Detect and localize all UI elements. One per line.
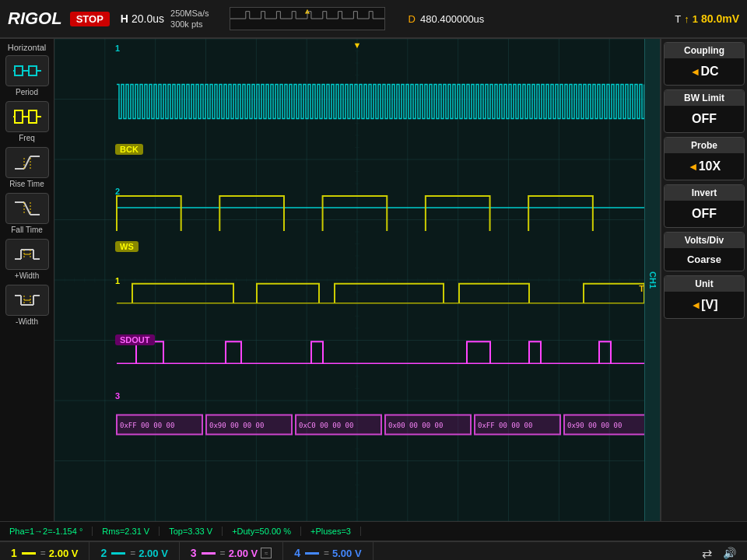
unit-section: Unit ◄ [V] bbox=[664, 275, 745, 319]
invert-title: Invert bbox=[665, 185, 744, 201]
ch1-number-marker: 1 bbox=[115, 44, 120, 53]
neg-width-label: -Width bbox=[16, 317, 38, 326]
ch1-number: 1 bbox=[11, 547, 17, 559]
ch1-vertical-label: CH1 bbox=[644, 39, 660, 521]
channel-2-item[interactable]: 2 = 2.00 V bbox=[89, 542, 179, 560]
probe-title: Probe bbox=[665, 138, 744, 153]
top-status: Top=3.33 V bbox=[160, 527, 223, 536]
ch2-number-marker: 2 bbox=[115, 187, 120, 196]
coupling-section: Coupling ◄ DC bbox=[664, 42, 745, 86]
rms-status: Rms=2.31 V bbox=[93, 527, 160, 536]
ch3-number: 3 bbox=[191, 547, 197, 559]
bw-limit-value: OFF bbox=[668, 109, 741, 129]
ch4-volt: 5.00 V bbox=[332, 548, 362, 559]
svg-line-17 bbox=[24, 202, 30, 215]
ch2-number: 2 bbox=[100, 547, 107, 559]
fall-time-label: Fall Time bbox=[11, 226, 43, 234]
top-bar: RIGOL STOP H 20.0us 250MSa/s 300k pts D … bbox=[0, 0, 747, 39]
ch1-eq: = bbox=[40, 548, 46, 558]
ch1-volt: 2.00 V bbox=[49, 548, 79, 559]
volts-div-value: Coarse bbox=[668, 251, 741, 268]
status-bar: Pha=1→2=-1.154 ° Rms=2.31 V Top=3.33 V +… bbox=[0, 521, 747, 541]
probe-left-arrow[interactable]: ◄ bbox=[688, 160, 699, 173]
volts-div-title: Volts/Div bbox=[665, 233, 744, 248]
coupling-value: DC bbox=[700, 61, 718, 82]
volts-div-section: Volts/Div Coarse bbox=[664, 232, 745, 271]
probe-section: Probe ◄ 10X bbox=[664, 137, 745, 180]
d-label: D bbox=[409, 13, 416, 25]
ch3-line bbox=[202, 552, 216, 555]
rigol-logo: RIGOL bbox=[0, 9, 70, 29]
h-label: H bbox=[121, 12, 128, 25]
ch3-icon: ≈ bbox=[261, 548, 272, 558]
ch1-line bbox=[22, 552, 36, 555]
pos-width-label: +Width bbox=[15, 271, 39, 280]
duty-status: +Duty=50.00 % bbox=[223, 527, 301, 536]
main-area: Horizontal Period Freq bbox=[0, 39, 747, 521]
svg-rect-6 bbox=[15, 110, 23, 123]
trigger-info: T ↑ 1 80.0mV bbox=[675, 12, 739, 25]
trigger-marker: ▼ bbox=[353, 40, 362, 50]
coupling-title: Coupling bbox=[665, 43, 744, 58]
ch1-d-marker: 1 bbox=[115, 276, 120, 285]
ch3-volt: 2.00 V bbox=[229, 548, 258, 559]
probe-value: 10X bbox=[699, 156, 721, 177]
sample-info: 250MSa/s 300k pts bbox=[170, 8, 209, 30]
svg-line-12 bbox=[24, 156, 30, 169]
ch4-number: 4 bbox=[294, 547, 300, 559]
speaker-icon: 🔊 bbox=[723, 547, 741, 559]
channel-3-item[interactable]: 3 = 2.00 V ≈ bbox=[180, 542, 283, 560]
delay-value: 480.400000us bbox=[420, 13, 484, 25]
waveform-canvas bbox=[54, 39, 660, 521]
ch3-eq: = bbox=[220, 548, 226, 558]
channel-4-item[interactable]: 4 = 5.00 V bbox=[283, 542, 373, 560]
unit-left-arrow[interactable]: ◄ bbox=[690, 299, 701, 311]
horizontal-label: Horizontal bbox=[8, 43, 47, 52]
waveform-preview bbox=[230, 7, 385, 30]
ch4-eq: = bbox=[324, 548, 329, 558]
neg-width-button[interactable] bbox=[5, 285, 49, 316]
channel-bar: 1 = 2.00 V 2 = 2.00 V 3 = 2.00 V ≈ 4 = 5… bbox=[0, 541, 747, 560]
trigger-t-marker: T bbox=[639, 284, 644, 293]
ch2-eq: = bbox=[130, 548, 135, 558]
timebase-value[interactable]: 20.0us bbox=[132, 12, 164, 25]
channel-1-item[interactable]: 1 = 2.00 V bbox=[0, 542, 89, 560]
ch2-line bbox=[111, 552, 125, 555]
status-badge: STOP bbox=[70, 12, 110, 26]
invert-section: Invert OFF bbox=[664, 184, 745, 228]
ch2-volt: 2.00 V bbox=[139, 548, 168, 559]
freq-label: Freq bbox=[19, 134, 35, 142]
period-button[interactable] bbox=[5, 55, 49, 86]
ch3-number-marker: 3 bbox=[115, 391, 120, 401]
unit-title: Unit bbox=[665, 276, 744, 292]
unit-value: [V] bbox=[701, 295, 717, 315]
ch4-line bbox=[305, 552, 319, 555]
svg-rect-7 bbox=[29, 110, 37, 123]
period-label: Period bbox=[16, 88, 38, 96]
svg-rect-2 bbox=[29, 66, 37, 75]
scope-screen: ▼ BCK WS SDOUT 1 2 1 3 CH1 T bbox=[54, 39, 660, 521]
bw-limit-title: BW Limit bbox=[665, 90, 744, 106]
rise-time-button[interactable] bbox=[5, 147, 49, 178]
sdout-label: SDOUT bbox=[115, 334, 155, 345]
bw-limit-section: BW Limit OFF bbox=[664, 89, 745, 133]
bck-label: BCK bbox=[115, 144, 143, 155]
pluses-status: +Pluses=3 bbox=[301, 527, 361, 536]
usb-icon: ⇄ bbox=[702, 546, 718, 561]
left-sidebar: Horizontal Period Freq bbox=[0, 39, 54, 521]
rise-time-label: Rise Time bbox=[9, 180, 44, 188]
phase-status: Pha=1→2=-1.154 ° bbox=[0, 527, 93, 536]
coupling-left-arrow[interactable]: ◄ bbox=[690, 65, 701, 78]
trigger-value: 80.0mV bbox=[701, 12, 739, 25]
right-panel: Coupling ◄ DC BW Limit OFF Probe ◄ 10X I… bbox=[660, 39, 747, 521]
pos-width-button[interactable] bbox=[5, 239, 49, 270]
fall-time-button[interactable] bbox=[5, 193, 49, 224]
invert-value: OFF bbox=[668, 204, 741, 224]
ws-label: WS bbox=[115, 241, 139, 252]
freq-button[interactable] bbox=[5, 101, 49, 132]
svg-rect-1 bbox=[15, 66, 23, 75]
